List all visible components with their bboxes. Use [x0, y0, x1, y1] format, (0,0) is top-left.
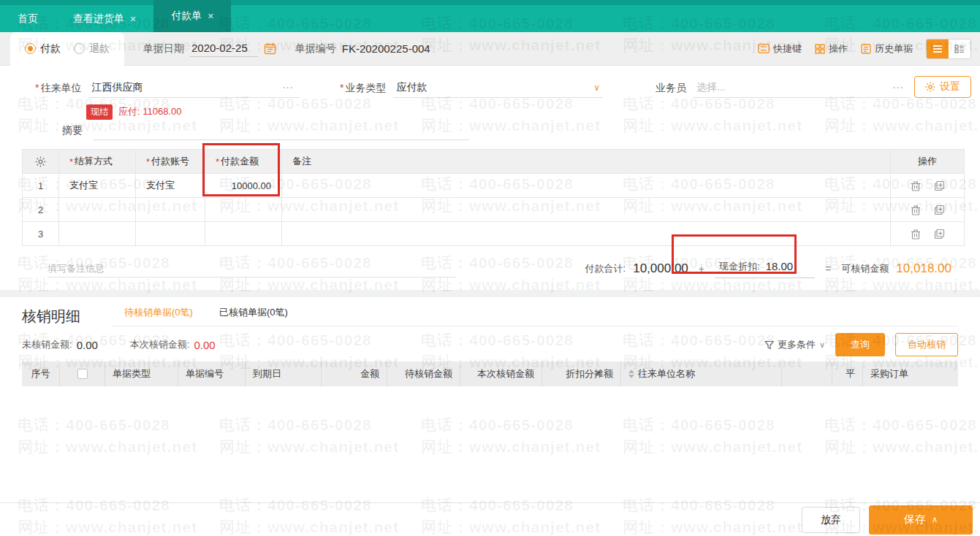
settle-method-cell[interactable]	[59, 198, 136, 221]
payment-lines-header: *结算方式 *付款账号 *付款金额 备注 操作	[23, 150, 964, 174]
payment-lines-table: *结算方式 *付款账号 *付款金额 备注 操作 1 支付宝 支付宝 10000.…	[22, 149, 965, 246]
delete-row-icon[interactable]	[911, 229, 921, 240]
radio-payment[interactable]: 付款	[25, 42, 61, 55]
payment-form-page: 首页 查看进货单 × 付款单 × 付款 退款 单据日期 2020-02-25	[0, 0, 980, 536]
caret-up-icon: ∧	[932, 515, 938, 524]
ellipsis-icon[interactable]: ⋯	[892, 85, 907, 91]
payment-account-cell[interactable]	[136, 198, 205, 221]
tab-view-purchase-order[interactable]: 查看进货单 ×	[56, 5, 153, 32]
radio-unselected-icon	[74, 43, 85, 54]
main-fields-row: *往来单位 江西供应商 ⋯ *业务类型 应付款 ∨ 业务员 选择... ⋯	[0, 74, 980, 98]
delete-row-icon[interactable]	[911, 204, 921, 215]
biz-type-label: *业务类型	[340, 82, 386, 98]
payable-amount-text: 应付: 11068.00	[118, 105, 181, 118]
auto-writeoff-button[interactable]: 自动核销	[895, 333, 958, 356]
cash-settle-badge: 现结	[86, 104, 113, 120]
header-spacer	[782, 361, 832, 386]
header-pending-amount: 待核销金额	[387, 361, 460, 386]
document-date-group: 单据日期 2020-02-25	[143, 40, 276, 57]
sort-icon[interactable]	[628, 370, 634, 378]
chevron-down-icon[interactable]: ∨	[593, 83, 600, 93]
delete-row-icon[interactable]	[911, 180, 921, 191]
radio-refund-label: 退款	[89, 42, 110, 55]
header-due-date: 到期日	[246, 361, 322, 386]
row-operations	[891, 174, 964, 197]
radio-selected-icon	[25, 43, 36, 54]
tab-pending-writeoff[interactable]: 待核销单据(0笔)	[111, 300, 206, 326]
header-settle-method: *结算方式	[59, 150, 136, 173]
operations-button[interactable]: 操作	[815, 42, 848, 55]
cash-discount-value[interactable]: 18.00	[766, 260, 794, 272]
list-view-icon	[932, 45, 943, 53]
payment-amount-cell[interactable]	[205, 198, 282, 221]
document-number-label: 单据编号	[295, 42, 336, 55]
header-operations: 操作	[891, 150, 964, 173]
save-button[interactable]: 保存 ∧	[869, 505, 973, 535]
remark-cell[interactable]	[282, 198, 891, 221]
cancel-button[interactable]: 放弃	[802, 507, 860, 533]
settings-button[interactable]: 设置	[914, 76, 971, 98]
save-button-label: 保存	[904, 513, 926, 527]
query-button[interactable]: 查询	[835, 333, 885, 356]
close-icon[interactable]: ×	[130, 14, 136, 24]
header-current-amount: 本次核销金额	[460, 361, 542, 386]
form-view-toggle[interactable]	[949, 39, 970, 58]
settle-method-cell[interactable]: 支付宝	[59, 174, 136, 197]
document-date-label: 单据日期	[143, 42, 184, 55]
partner-label: *往来单位	[35, 82, 81, 98]
biz-type-select[interactable]: 应付款 ∨	[393, 79, 603, 98]
settle-method-cell[interactable]	[59, 222, 136, 245]
copy-row-icon[interactable]	[934, 204, 945, 215]
payment-account-cell[interactable]: 支付宝	[136, 174, 205, 197]
header-payment-account: *付款账号	[136, 150, 205, 173]
payment-amount-cell[interactable]	[205, 222, 282, 245]
remark-cell[interactable]	[282, 174, 891, 197]
select-all-checkbox[interactable]	[77, 369, 88, 379]
column-settings-button[interactable]	[23, 150, 59, 173]
view-mode-toggle	[926, 39, 971, 59]
ellipsis-icon[interactable]: ⋯	[282, 85, 297, 91]
keyboard-icon	[758, 44, 770, 53]
tab-home[interactable]: 首页	[0, 5, 56, 32]
required-marker: *	[340, 82, 343, 93]
toolbar-right-actions: 快捷键 操作 历史单据	[758, 39, 980, 59]
remark-cell[interactable]	[282, 222, 891, 245]
current-writeoff-label: 本次核销金额:	[130, 338, 190, 351]
tab-view-purchase-order-label: 查看进货单	[73, 12, 124, 26]
tab-completed-writeoff[interactable]: 已核销单据(0笔)	[206, 300, 301, 326]
tab-home-label: 首页	[18, 12, 38, 26]
partner-field-group: *往来单位 江西供应商 ⋯	[35, 79, 300, 98]
copy-row-icon[interactable]	[934, 229, 945, 240]
more-conditions-button[interactable]: 更多条件 ∨	[764, 338, 825, 351]
unverified-amount-label: 未核销金额:	[22, 338, 72, 351]
payment-total-label: 付款合计:	[585, 262, 626, 275]
payment-total-value: 10,000.00	[633, 261, 688, 276]
history-documents-label: 历史单据	[875, 42, 913, 55]
copy-row-icon[interactable]	[934, 180, 945, 191]
writeoff-table-header: 序号 单据类型 单据编号 到期日 金额 待核销金额 本次核销金额 折扣分摊额 往…	[22, 361, 958, 386]
summary-input[interactable]	[93, 124, 469, 140]
calendar-icon[interactable]	[264, 42, 276, 55]
history-documents-button[interactable]: 历史单据	[861, 42, 913, 55]
gear-icon	[925, 82, 935, 92]
document-number-group: 单据编号 FK-20200225-004	[295, 42, 430, 55]
radio-refund[interactable]: 退款	[74, 42, 110, 55]
shortcut-keys-button[interactable]: 快捷键	[758, 42, 802, 55]
header-flat: 平	[832, 361, 863, 386]
summary-field-group: 摘要	[62, 124, 980, 140]
list-view-toggle[interactable]	[927, 39, 949, 58]
table-row-2: 2	[23, 198, 964, 222]
doc-remark-input[interactable]	[48, 260, 457, 277]
payment-amount-cell[interactable]: 10000.00	[205, 174, 282, 197]
header-partner-name[interactable]: 往来单位名称	[621, 361, 782, 386]
salesman-input[interactable]: 选择... ⋯	[694, 79, 910, 98]
equals-sign: =	[822, 263, 834, 275]
payment-account-cell[interactable]	[136, 222, 205, 245]
partner-value: 江西供应商	[91, 81, 143, 94]
tab-payment-order[interactable]: 付款单 ×	[153, 0, 231, 32]
partner-input[interactable]: 江西供应商 ⋯	[88, 79, 300, 98]
close-icon[interactable]: ×	[208, 11, 213, 21]
window-tab-bar: 首页 查看进货单 × 付款单 ×	[0, 0, 980, 32]
payment-type-switcher: 付款 退款	[10, 32, 124, 66]
document-date-value[interactable]: 2020-02-25	[190, 40, 258, 57]
